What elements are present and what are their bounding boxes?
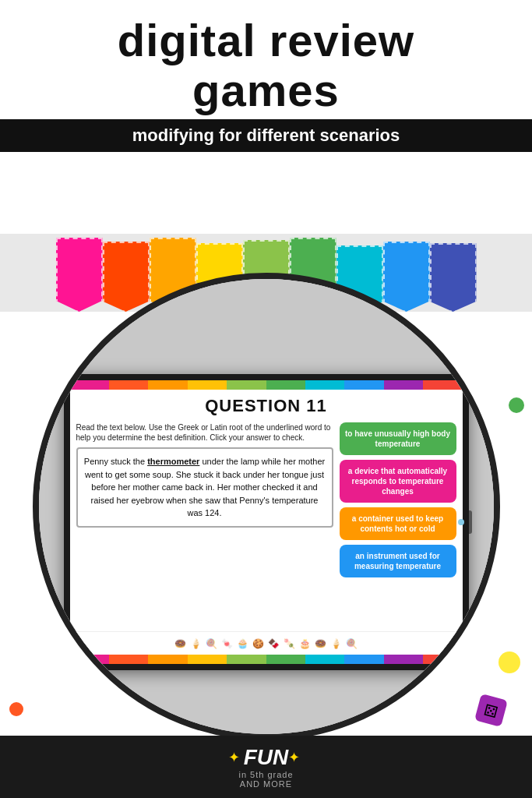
icon-lollipop: 🍭 (206, 638, 217, 649)
icon-cake: 🎂 (299, 638, 311, 649)
stripe-cyan (305, 380, 344, 390)
question-body: Read the text below. Use the Greek or La… (70, 419, 463, 631)
tablet-light (458, 519, 464, 525)
icon-donut2: 🍩 (315, 638, 326, 649)
stripe-b-green (266, 655, 305, 664)
icon-chocolate: 🍫 (268, 638, 280, 649)
icon-strip: 🍩 🍦 🍭 🍬 🧁 🍪 🍫 🍡 🎂 🍩 🍦 🍭 (70, 631, 463, 655)
question-answers: to have unusually high body temperature … (340, 422, 456, 631)
stripe-orange (148, 380, 187, 390)
question-title: QUESTION 11 (70, 390, 463, 419)
stripe-b-red2 (423, 655, 462, 664)
tablet-screen: QUESTION 11 Read the text below. Use the… (70, 380, 463, 664)
stripe-b-cyan (305, 655, 344, 664)
title-line2: games (118, 65, 414, 115)
stripe-bar-bottom (70, 655, 463, 664)
footer-fun-text: FUN (244, 745, 289, 770)
top-section: digital review games modifying for diffe… (0, 0, 532, 234)
footer-star-icon2: ✦ (288, 749, 300, 766)
icon-lollipop2: 🍭 (346, 638, 358, 649)
footer-section: ✦ FUN ✦ in 5th grade AND MORE (0, 736, 532, 798)
stripe-b-blue (344, 655, 383, 664)
stripe-red2 (423, 380, 462, 390)
answer-button-2[interactable]: a device that automatically responds to … (340, 460, 456, 503)
icon-dango: 🍡 (284, 638, 295, 649)
icon-donut: 🍩 (174, 638, 186, 649)
stripe-pink (70, 380, 109, 390)
tablet-side-button (469, 510, 472, 534)
stripe-b-yellow (188, 655, 227, 664)
stripe-lime (227, 380, 266, 390)
answer-button-1[interactable]: to have unusually high body temperature (340, 422, 456, 455)
icon-icecream2: 🍦 (330, 638, 342, 649)
dot-orange-bottom (9, 702, 23, 716)
circle-inner: QUESTION 11 Read the text below. Use the… (39, 279, 494, 734)
footer-logo: ✦ FUN ✦ in 5th grade AND MORE (228, 745, 305, 789)
stripe-blue (344, 380, 383, 390)
stripe-green (266, 380, 305, 390)
question-left: Read the text below. Use the Greek or La… (76, 422, 333, 631)
title-text: digital review games (118, 16, 414, 115)
tablet-device: QUESTION 11 Read the text below. Use the… (64, 374, 469, 670)
stripe-b-lime (227, 655, 266, 664)
passage-text-before: Penny stuck the (84, 457, 147, 466)
icon-icecream: 🍦 (190, 638, 202, 649)
title-line1: digital review (118, 16, 414, 65)
stripe-red (109, 380, 148, 390)
dot-green-mid (509, 397, 524, 413)
subtitle-text: modifying for different scenarios (132, 125, 400, 145)
device-circle: QUESTION 11 Read the text below. Use the… (33, 273, 500, 740)
footer-star-icon: ✦ (228, 749, 240, 766)
answer-button-3[interactable]: a container used to keep contents hot or… (340, 507, 456, 540)
title-container: digital review games (118, 16, 414, 115)
dot-yellow-bottom (499, 651, 520, 673)
answer-button-4[interactable]: an instrument used for measuring tempera… (340, 545, 456, 577)
footer-sub2: AND MORE (228, 779, 305, 789)
stripe-yellow (188, 380, 227, 390)
icon-cupcake: 🧁 (237, 638, 248, 649)
stripe-b-orange (148, 655, 187, 664)
icon-candy: 🍬 (221, 638, 233, 649)
passage-underlined-word: thermometer (147, 457, 199, 466)
stripe-b-purple (384, 655, 423, 664)
stripe-b-red (109, 655, 148, 664)
stripe-purple (384, 380, 423, 390)
icon-cookie: 🍪 (252, 638, 264, 649)
stripe-b-pink (70, 655, 109, 664)
question-instruction: Read the text below. Use the Greek or La… (76, 422, 333, 443)
stripe-bar-top (70, 380, 463, 390)
footer-sub1: in 5th grade (228, 770, 305, 779)
question-passage: Penny stuck the thermometer under the la… (76, 447, 333, 528)
subtitle-bar: modifying for different scenarios (0, 119, 532, 152)
